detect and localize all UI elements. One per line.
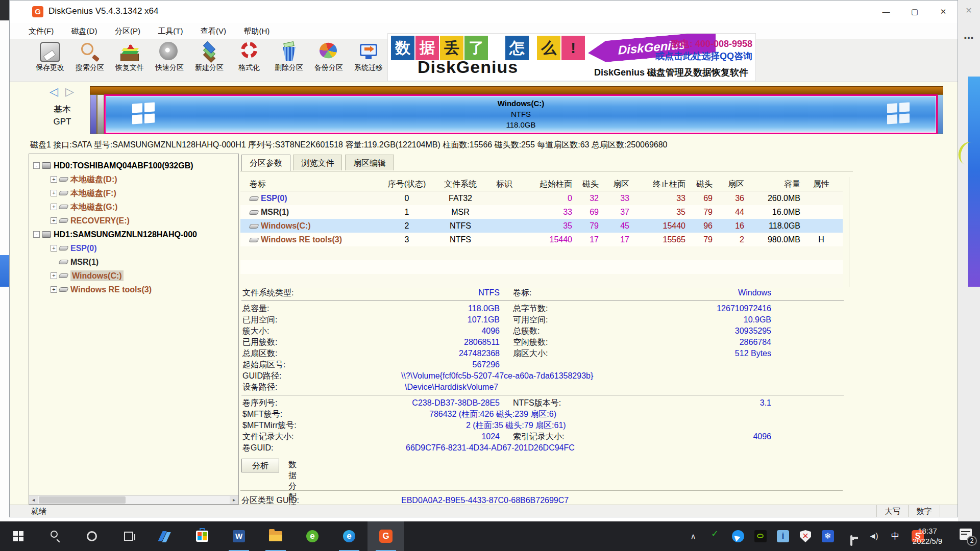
file-explorer-button[interactable] (257, 521, 294, 551)
tree-item-msr[interactable]: MSR(1) (29, 255, 238, 268)
menu-view[interactable]: 查看(V) (193, 23, 234, 39)
flash-icon (160, 531, 170, 541)
menu-partition[interactable]: 分区(P) (107, 23, 148, 39)
col-header[interactable]: 文件系统 (432, 177, 488, 191)
partition-block-esp[interactable] (90, 94, 97, 134)
col-header[interactable]: 卷标 (240, 177, 381, 191)
quick-partition-button[interactable]: 快速分区 (150, 41, 189, 72)
partition-block-msr[interactable] (97, 94, 104, 134)
tray-volume-button[interactable]: ◄) (862, 521, 884, 551)
banner-tile: 数 (391, 36, 414, 60)
menu-tools[interactable]: 工具(T) (150, 23, 190, 39)
flash-app-button[interactable] (147, 521, 184, 551)
ad-banner[interactable]: 数 据 丢 了 怎 么 ! DiskGenius DiskGenius 致电: … (387, 33, 756, 81)
expand-icon[interactable]: + (51, 286, 57, 293)
tray-snowflake-button[interactable]: ❄ (817, 521, 839, 551)
tray-battery-button[interactable] (839, 521, 862, 551)
col-header[interactable]: 磁头 (575, 177, 602, 191)
col-header[interactable]: 容量 (747, 177, 804, 191)
collapse-icon[interactable]: - (33, 162, 40, 169)
tray-messenger-button[interactable] (727, 521, 749, 551)
maximize-button[interactable]: ▢ (900, 1, 929, 23)
col-header[interactable]: 扇区 (602, 177, 632, 191)
col-header[interactable]: 起始柱面 (520, 177, 575, 191)
tray-ime-button[interactable]: 中 (884, 521, 906, 551)
table-row-windows-c-selected[interactable]: Windows(C:) 2NTFS 357945 154409616 118.0… (240, 219, 843, 233)
tree-item-recovery-e[interactable]: +RECOVERY(E:) (29, 213, 238, 227)
table-row-esp[interactable]: ESP(0) 0FAT32 03233 336936 260.0MB (240, 191, 843, 205)
table-row-empty (240, 246, 843, 260)
table-row-msr[interactable]: MSR(1) 1MSR 336937 357944 16.0MB (240, 205, 843, 219)
tree-item-local-f[interactable]: +本地磁盘(F:) (29, 186, 238, 199)
menu-disk[interactable]: 磁盘(D) (64, 23, 105, 39)
start-button[interactable] (0, 521, 37, 551)
expand-icon[interactable]: + (51, 245, 57, 252)
backup-partition-button[interactable]: 备份分区 (309, 41, 349, 72)
task-view-button[interactable] (110, 521, 147, 551)
browser-360-button[interactable]: e (294, 521, 331, 551)
tree-item-esp[interactable]: +ESP(0) (29, 241, 238, 255)
edge-button[interactable]: e (331, 521, 368, 551)
tab-partition-params[interactable]: 分区参数 (241, 155, 290, 171)
store-button[interactable] (184, 521, 220, 551)
tray-chevron-button[interactable]: ∧ (682, 521, 704, 551)
new-partition-button[interactable]: 新建分区 (189, 41, 229, 72)
tree-item-hd1[interactable]: -HD1:SAMSUNGMZNLN128HAHQ-000 (29, 227, 238, 241)
taskbar-search-button[interactable] (37, 521, 74, 551)
banner-tile: 么 (537, 36, 560, 60)
col-header[interactable]: 属性 (804, 177, 838, 191)
expand-icon[interactable]: + (51, 190, 57, 196)
col-header[interactable]: 磁头 (689, 177, 716, 191)
cortana-button[interactable] (74, 521, 110, 551)
scroll-right-icon[interactable]: ▸ (230, 496, 238, 504)
tab-browse-files[interactable]: 浏览文件 (293, 155, 342, 170)
save-changes-button[interactable]: 保存更改 (30, 41, 70, 72)
tab-sector-edit[interactable]: 扇区编辑 (345, 155, 394, 170)
collapse-icon[interactable]: - (33, 231, 40, 238)
action-center-button[interactable]: 2 (960, 529, 975, 544)
partition-icon (59, 273, 69, 278)
word-button[interactable]: W (220, 521, 257, 551)
tree-item-windows-re-tools[interactable]: +Windows RE tools(3) (29, 282, 238, 296)
partition-block-re-tools[interactable] (938, 94, 943, 134)
banner-qq-link[interactable]: 或点击此处选择QQ咨询 (655, 50, 752, 62)
format-button[interactable]: 格式化 (229, 41, 269, 72)
tray-printer-button[interactable]: ✓ (704, 521, 727, 551)
next-disk-arrow-icon[interactable]: ▷ (65, 85, 74, 98)
diskgenius-taskbar-button[interactable]: G (368, 521, 404, 551)
table-row-windows-re-tools[interactable]: Windows RE tools(3) 3NTFS 154401717 1556… (240, 233, 843, 246)
menu-help[interactable]: 帮助(H) (236, 23, 277, 39)
menu-file[interactable]: 文件(F) (21, 23, 61, 39)
tree-item-local-g[interactable]: +本地磁盘(G:) (29, 199, 238, 213)
scrollbar-thumb[interactable] (39, 496, 126, 504)
tree-horizontal-scrollbar[interactable]: ◂ ▸ (29, 495, 238, 504)
tree-item-windows-c[interactable]: +Windows(C:) (29, 268, 238, 282)
close-button[interactable]: ✕ (929, 1, 958, 23)
delete-partition-button[interactable]: 删除分区 (269, 41, 309, 72)
analyze-button[interactable]: 分析 (241, 459, 279, 472)
minimize-button[interactable]: — (872, 1, 900, 23)
expand-icon[interactable]: + (51, 272, 57, 279)
col-header[interactable]: 终止柱面 (632, 177, 689, 191)
banner-tile: 丢 (440, 36, 463, 60)
expand-icon[interactable]: + (51, 176, 57, 183)
col-header[interactable]: 扇区 (716, 177, 747, 191)
system-migration-button[interactable]: 系统迁移 (349, 41, 388, 72)
expand-icon[interactable]: + (51, 204, 57, 210)
tray-defender-button[interactable]: ✕ (794, 521, 817, 551)
tray-intel-button[interactable]: i (772, 521, 794, 551)
partition-block-windows-c[interactable]: Windows(C:) NTFS 118.0GB (104, 94, 938, 134)
search-partition-button[interactable]: 搜索分区 (70, 41, 110, 72)
expand-icon[interactable]: + (51, 217, 57, 224)
taskbar-clock[interactable]: 18:37 2022/5/9 (905, 526, 949, 546)
recover-files-button[interactable]: 恢复文件 (110, 41, 150, 72)
tree-item-local-d[interactable]: +本地磁盘(D:) (29, 172, 238, 186)
prev-disk-arrow-icon[interactable]: ◁ (50, 85, 58, 98)
col-header[interactable]: 序号(状态) (381, 177, 432, 191)
col-header[interactable]: 标识 (488, 177, 520, 191)
overflow-dots-icon[interactable]: ⋯ (964, 32, 974, 44)
tree-item-hd0[interactable]: -HD0:TOSHIBAMQ04ABF100(932GB) (29, 158, 238, 172)
banner-logo-text: DiskGenius (418, 57, 518, 77)
scroll-left-icon[interactable]: ◂ (29, 496, 38, 504)
tray-nvidia-button[interactable] (749, 521, 772, 551)
